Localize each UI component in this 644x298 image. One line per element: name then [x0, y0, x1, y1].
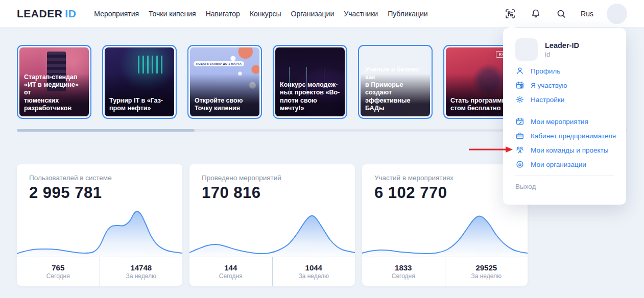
- search-icon[interactable]: [555, 8, 567, 20]
- menu-item-label: Мои мероприятия: [531, 118, 588, 126]
- nav-item-events[interactable]: Мероприятия: [94, 10, 139, 18]
- stat-today-value: 1833: [395, 263, 412, 272]
- participations-sparkline-chart: [362, 200, 528, 257]
- menu-divider: [515, 111, 614, 111]
- menu-divider: [515, 176, 614, 176]
- nav-item-contests[interactable]: Конкурсы: [250, 10, 281, 18]
- platform-stats-row: Пользователей в системе 2 995 781 765 Се…: [17, 164, 528, 286]
- stat-label: Пользователей в системе: [29, 174, 170, 182]
- topbar-right-controls: Rus: [504, 4, 627, 24]
- dropdown-user-avatar: [515, 38, 538, 61]
- leader-id-logo[interactable]: LEADERID: [17, 8, 76, 20]
- menu-item-label: Мои команды и проекты: [531, 146, 608, 154]
- stat-week-label: За неделю: [298, 272, 329, 280]
- stat-label: Проведено мероприятий: [202, 174, 343, 182]
- stat-today-cell: 765 Сегодня: [17, 257, 100, 286]
- promo-title: Турнир IT в «Газ- пром нефти»: [109, 97, 171, 113]
- menu-item-settings[interactable]: Настройки: [515, 92, 614, 107]
- stat-today-value: 765: [52, 263, 64, 272]
- stat-today-label: Сегодня: [392, 272, 415, 280]
- stat-footer: 1833 Сегодня 29525 За неделю: [362, 257, 528, 286]
- stat-today-value: 144: [224, 263, 237, 272]
- stat-week-label: За неделю: [126, 272, 156, 280]
- dropdown-user-row: Leader-ID id: [515, 38, 614, 61]
- promo-card-it-tournament[interactable]: Турнир IT в «Газ- пром нефти»: [102, 45, 177, 119]
- menu-item-entrepreneur-cabinet[interactable]: Кабинет предпринимателя: [515, 129, 614, 143]
- nav-item-navigator[interactable]: Навигатор: [206, 10, 240, 18]
- calendar-edit-icon: [515, 117, 524, 126]
- stat-week-label: За неделю: [471, 272, 502, 280]
- stat-week-value: 14748: [130, 263, 152, 272]
- bell-icon[interactable]: [530, 8, 542, 20]
- stat-today-label: Сегодня: [219, 272, 243, 280]
- logout-button[interactable]: Выход: [515, 179, 614, 193]
- main-nav: Мероприятия Точки кипения Навигатор Конк…: [94, 10, 427, 18]
- dropdown-menu-list: Профиль Я участвую Настройки Мои меропри…: [515, 64, 614, 193]
- events-sparkline-chart: [189, 200, 355, 257]
- stat-week-cell: 14748 За неделю: [100, 257, 183, 286]
- promo-carousel: Стартап-стендап «ИТ в медицине» от тюмен…: [17, 45, 518, 119]
- promo-title: Ученые и бизнес: как в Приморье создают …: [365, 66, 427, 113]
- stat-card-users: Пользователей в системе 2 995 781 765 Се…: [17, 164, 182, 286]
- stat-week-cell: 1044 За неделю: [272, 257, 355, 286]
- dropdown-user-subtitle: id: [545, 51, 579, 58]
- team-icon: [515, 145, 524, 155]
- stat-today-cell: 1833 Сегодня: [362, 257, 445, 286]
- stat-week-value: 29525: [475, 263, 497, 272]
- promo-card-science-business[interactable]: Ученые и бизнес: как в Приморье создают …: [358, 45, 433, 119]
- stat-footer: 144 Сегодня 1044 За неделю: [189, 257, 355, 286]
- briefcase-icon: [515, 131, 524, 140]
- menu-item-label: Кабинет предпринимателя: [531, 132, 616, 140]
- stat-footer: 765 Сегодня 14748 За неделю: [17, 257, 182, 286]
- nav-item-participants[interactable]: Участники: [344, 10, 378, 18]
- user-dropdown-menu: Leader-ID id Профиль Я участвую Настройк…: [503, 28, 626, 205]
- qr-scan-icon[interactable]: [504, 8, 516, 20]
- promo-card-youth-contest[interactable]: Конкурс молодеж- ных проектов «Во- плоти…: [273, 45, 347, 119]
- menu-item-my-organizations[interactable]: Мои организации: [515, 157, 614, 171]
- user-avatar[interactable]: [607, 4, 627, 24]
- promo-title: Конкурс молодеж- ных проектов «Во- плоти…: [280, 81, 342, 112]
- menu-item-my-events[interactable]: Мои мероприятия: [515, 114, 614, 129]
- dropdown-user-name: Leader-ID: [545, 41, 579, 49]
- promo-card-boiling-point[interactable]: ПОДАТЬ ЗАЯВКУ ДО 1 МАРТА Откройте свою Т…: [187, 45, 262, 119]
- nav-item-publications[interactable]: Публикации: [388, 10, 427, 18]
- users-sparkline-chart: [17, 200, 182, 257]
- stat-today-label: Сегодня: [46, 272, 70, 280]
- menu-item-label: Я участвую: [531, 82, 567, 89]
- carousel-scrollbar-thumb[interactable]: [17, 129, 195, 132]
- organization-icon: [515, 160, 524, 169]
- menu-item-profile[interactable]: Профиль: [515, 64, 614, 78]
- calendar-check-icon: [515, 81, 524, 90]
- gear-icon: [515, 95, 524, 104]
- promo-title: Стартап-стендап «ИТ в медицине» от тюмен…: [24, 73, 86, 112]
- menu-item-label: Мои организации: [531, 161, 586, 168]
- top-navigation-bar: LEADERID Мероприятия Точки кипения Навиг…: [0, 0, 644, 27]
- stat-card-events: Проведено мероприятий 170 816 144 Сегодн…: [189, 164, 355, 286]
- logo-text-primary: LEADER: [17, 8, 62, 19]
- menu-item-i-participate[interactable]: Я участвую: [515, 78, 614, 92]
- menu-item-my-teams-projects[interactable]: Мои команды и проекты: [515, 143, 614, 157]
- language-selector[interactable]: Rus: [581, 10, 593, 18]
- menu-item-label: Профиль: [531, 67, 560, 75]
- stat-week-value: 1044: [305, 263, 322, 272]
- promo-title: Откройте свою Точку кипения: [195, 97, 256, 113]
- stat-label: Участий в мероприятиях: [374, 174, 515, 182]
- stat-today-cell: 144 Сегодня: [189, 257, 272, 286]
- logo-text-secondary: ID: [65, 8, 76, 19]
- nav-item-boiling-points[interactable]: Точки кипения: [149, 10, 196, 18]
- promo-card-startup-standup[interactable]: Стартап-стендап «ИТ в медицине» от тюмен…: [17, 45, 91, 119]
- stat-week-cell: 29525 За неделю: [445, 257, 528, 286]
- menu-item-label: Настройки: [531, 96, 564, 104]
- user-icon: [515, 66, 524, 76]
- nav-item-organizations[interactable]: Организации: [291, 10, 335, 18]
